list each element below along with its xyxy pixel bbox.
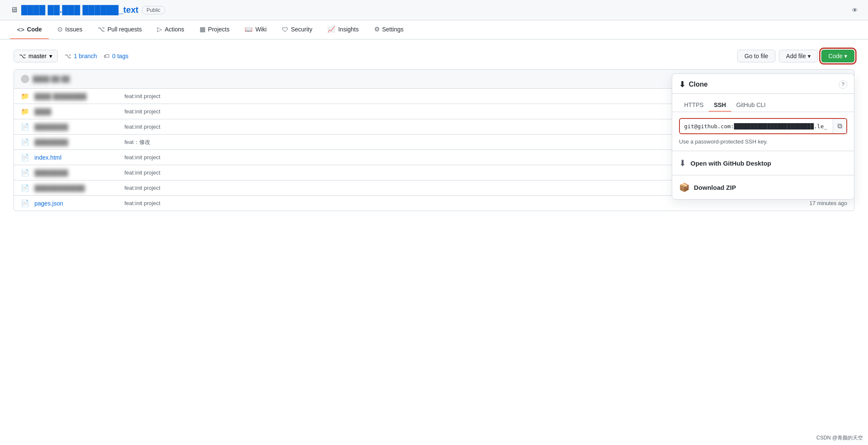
zip-icon: 📦 bbox=[679, 182, 690, 192]
insights-icon: 📈 bbox=[327, 25, 335, 33]
file-name-link[interactable]: ████████████ bbox=[34, 185, 119, 192]
file-name-link[interactable]: ████████ bbox=[34, 139, 119, 146]
nav-tabs: <> Code ⊙ Issues ⌥ Pull requests ▷ Actio… bbox=[0, 20, 868, 39]
commit-message: feat:init project bbox=[124, 200, 804, 206]
download-zip-label: Download ZIP bbox=[694, 184, 736, 191]
tab-settings[interactable]: ⚙ Settings bbox=[367, 20, 411, 39]
repo-icon: 🖥 bbox=[10, 6, 18, 14]
branch-icon: ⌥ bbox=[19, 53, 26, 59]
clone-title: ⬇ Clone bbox=[679, 80, 707, 89]
file-icon: 📄 bbox=[21, 138, 29, 146]
ssh-url-input[interactable] bbox=[680, 120, 833, 133]
open-desktop-section[interactable]: ⬇ Open with GitHub Desktop bbox=[672, 151, 854, 175]
projects-icon: ▦ bbox=[200, 25, 206, 33]
clone-dropdown: ⬇ Clone ? HTTPS SSH GitHub CLI ⧉ Use a p… bbox=[672, 73, 854, 200]
tab-projects[interactable]: ▦ Projects bbox=[193, 20, 237, 39]
file-icon: 📄 bbox=[21, 169, 29, 177]
tab-insights[interactable]: 📈 Insights bbox=[321, 20, 365, 39]
settings-icon: ⚙ bbox=[374, 25, 380, 33]
clone-header: ⬇ Clone ? bbox=[672, 74, 854, 94]
avatar bbox=[21, 75, 29, 83]
add-file-button[interactable]: Add file ▾ bbox=[779, 50, 818, 62]
file-name-link[interactable]: ████ ████████ bbox=[34, 93, 119, 100]
tab-code[interactable]: <> Code bbox=[10, 20, 49, 39]
help-icon[interactable]: ? bbox=[839, 80, 847, 89]
ssh-note: Use a password-protected SSH key. bbox=[679, 138, 847, 145]
chevron-down-icon: ▾ bbox=[49, 53, 52, 59]
pr-icon: ⌥ bbox=[98, 25, 105, 33]
tag-count-link[interactable]: 🏷 0 tags bbox=[104, 53, 128, 59]
branch-name: master bbox=[28, 53, 47, 59]
security-icon: 🛡 bbox=[282, 26, 288, 33]
wiki-icon: 📖 bbox=[245, 25, 253, 33]
folder-icon: 📁 bbox=[21, 107, 29, 115]
file-icon: 📄 bbox=[21, 184, 29, 192]
clone-tab-cli[interactable]: GitHub CLI bbox=[731, 99, 771, 112]
file-icon: 📄 bbox=[21, 153, 29, 161]
branch-count-link[interactable]: ⌥ 1 branch bbox=[65, 53, 97, 59]
tag-icon: 🏷 bbox=[104, 53, 110, 59]
open-desktop-label: Open with GitHub Desktop bbox=[690, 160, 771, 167]
code-icon: <> bbox=[17, 26, 25, 33]
repo-title: ████ ██.███ ██████_text bbox=[21, 5, 138, 15]
ssh-input-row: ⧉ bbox=[679, 118, 847, 134]
top-bar: 🖥 ████ ██.███ ██████_text Public 👁 bbox=[0, 0, 868, 20]
file-icon: 📄 bbox=[21, 123, 29, 131]
main-content: ⌥ master ▾ ⌥ 1 branch 🏷 0 tags Go to fil… bbox=[0, 39, 868, 221]
clone-tab-ssh[interactable]: SSH bbox=[709, 99, 731, 112]
branch-count-icon: ⌥ bbox=[65, 53, 71, 59]
clone-title-label: Clone bbox=[689, 81, 707, 88]
clone-tab-https[interactable]: HTTPS bbox=[679, 99, 709, 112]
tab-actions[interactable]: ▷ Actions bbox=[150, 20, 191, 39]
branch-count-label: 1 branch bbox=[74, 53, 97, 59]
clone-tabs: HTTPS SSH GitHub CLI bbox=[672, 94, 854, 112]
file-name-link[interactable]: pages.json bbox=[34, 200, 119, 207]
desktop-icon: ⬇ bbox=[679, 158, 686, 168]
issues-icon: ⊙ bbox=[57, 25, 63, 33]
clone-body: ⧉ Use a password-protected SSH key. bbox=[672, 112, 854, 151]
branch-selector[interactable]: ⌥ master ▾ bbox=[14, 50, 58, 62]
download-zip-section[interactable]: 📦 Download ZIP bbox=[672, 175, 854, 199]
tab-wiki[interactable]: 📖 Wiki bbox=[238, 20, 273, 39]
file-name-link[interactable]: index.html bbox=[34, 154, 119, 161]
header-commit-msg: ████ ██ ██ bbox=[33, 76, 70, 82]
file-icon: 📄 bbox=[21, 199, 29, 207]
tag-count-label: 0 tags bbox=[112, 53, 128, 59]
tab-pull-requests[interactable]: ⌥ Pull requests bbox=[91, 20, 149, 39]
clone-icon: ⬇ bbox=[679, 80, 685, 89]
go-to-file-button[interactable]: Go to file bbox=[737, 50, 775, 62]
watch-icon[interactable]: 👁 bbox=[852, 7, 858, 14]
file-name-link[interactable]: ████████ bbox=[34, 169, 119, 176]
copy-button[interactable]: ⧉ bbox=[833, 119, 846, 133]
branch-bar: ⌥ master ▾ ⌥ 1 branch 🏷 0 tags Go to fil… bbox=[14, 50, 854, 62]
file-time: 17 minutes ago bbox=[809, 200, 847, 206]
file-name-link[interactable]: ████ bbox=[34, 108, 119, 115]
code-button[interactable]: Code ▾ bbox=[821, 50, 854, 62]
folder-icon: 📁 bbox=[21, 92, 29, 100]
tab-issues[interactable]: ⊙ Issues bbox=[51, 20, 89, 39]
tab-security[interactable]: 🛡 Security bbox=[275, 20, 319, 39]
action-buttons: Go to file Add file ▾ Code ▾ bbox=[737, 50, 854, 62]
visibility-badge: Public bbox=[142, 6, 165, 14]
actions-icon: ▷ bbox=[157, 25, 162, 33]
file-name-link[interactable]: ████████ bbox=[34, 124, 119, 130]
